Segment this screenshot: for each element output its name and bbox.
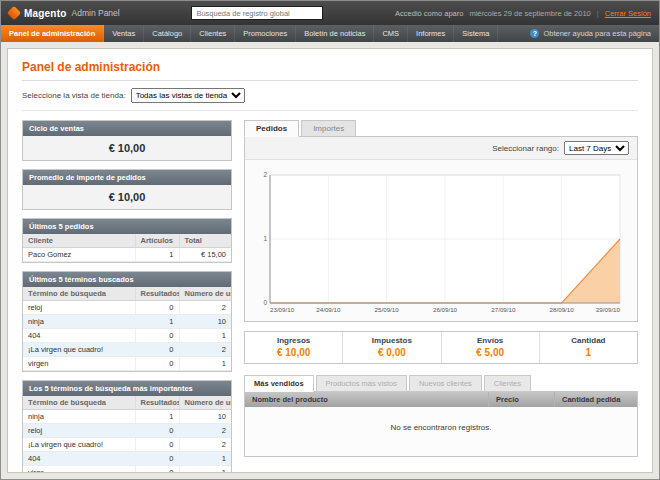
table-row[interactable]: ninja110 [23,315,231,329]
table-row[interactable]: reloj02 [23,424,231,438]
svg-text:0: 0 [263,299,267,306]
lifetime-sales-title: Ciclo de ventas [23,121,231,136]
table-cell: 10 [179,410,231,424]
table-cell: 10 [179,315,231,329]
tab-pedidos[interactable]: Pedidos [244,120,299,137]
magento-logo-icon [7,6,21,20]
svg-text:29/09/10: 29/09/10 [596,306,621,313]
table-cell: reloj [23,301,135,315]
main-nav: Panel de administraciónVentasCatálogoCli… [1,25,659,42]
table-cell: 0 [135,452,179,466]
lifetime-sales-value: € 10,00 [23,136,231,160]
svg-text:28/09/10: 28/09/10 [550,306,575,313]
separator: | [597,9,599,18]
average-orders-title: Promedio de importe de pedidos [23,170,231,185]
nav-item-panel-de-administraci-n[interactable]: Panel de administración [1,25,104,42]
app-header: Magento Admin Panel Accedió como aparo m… [1,1,659,25]
table-row[interactable]: virge01 [23,466,231,474]
dashboard: Ciclo de ventas € 10,00 Promedio de impo… [22,120,638,473]
column-header-n-mero-de-usos: Número de usos [179,396,231,410]
total-label: Ingresos [245,336,342,345]
orders-chart: 01223/09/1024/09/1025/09/1026/09/1027/09… [254,167,628,319]
page-title: Panel de administración [22,60,638,74]
nav-item-cat-logo[interactable]: Catálogo [144,25,191,42]
svg-text:23/09/10: 23/09/10 [270,306,295,313]
help-link[interactable]: ? Obtener ayuda para esta página [522,25,659,42]
magento-admin-window: Magento Admin Panel Accedió como aparo m… [0,0,660,480]
range-select[interactable]: Last 7 Days [564,141,629,155]
grid-column-nombre-del-producto[interactable]: Nombre del producto [245,392,489,407]
nav-item-sistema[interactable]: Sistema [454,25,498,42]
table-cell: 404 [23,452,135,466]
table-cell: ¡La virgen que cuadro! [23,343,135,357]
column-header-art-culos: Artículos [135,234,179,248]
svg-text:27/09/10: 27/09/10 [491,306,516,313]
last-orders-panel: Últimos 5 pedidos ClienteArtículosTotalP… [22,218,232,263]
table-cell: 1 [135,315,179,329]
table-cell: 2 [179,343,231,357]
column-header-n-mero-de-usos: Número de usos [179,287,231,301]
table-cell: 1 [179,357,231,371]
table-cell: 0 [135,438,179,452]
global-search-input[interactable] [191,6,323,20]
svg-text:2: 2 [263,171,267,178]
table-row[interactable]: Paco Gomez1€ 15,00 [23,248,231,262]
store-view-select[interactable]: Todas las vistas de tienda [131,88,245,103]
svg-text:25/09/10: 25/09/10 [375,306,400,313]
magento-logo[interactable]: Magento Admin Panel [9,8,120,19]
total-cantidad: Cantidad1 [539,332,637,363]
grid-tab-nuevos-clientes: Nuevos clientes [409,375,482,392]
logo-subtitle: Admin Panel [72,8,120,18]
table-row[interactable]: ¡La virgen que cuadro!02 [23,343,231,357]
title-divider [22,80,638,81]
svg-text:26/09/10: 26/09/10 [433,306,458,313]
logout-link[interactable]: Cerrar Sesión [605,9,651,18]
last-search-terms-title: Últimos 5 términos buscados [23,272,231,287]
table-row[interactable]: 40401 [23,452,231,466]
nav-item-bolet-n-de-noticias[interactable]: Boletín de noticias [296,25,374,42]
nav-item-informes[interactable]: Informes [408,25,454,42]
table-cell: 0 [135,466,179,474]
top-search-terms-table: Término de búsquedaResultadosNúmero de u… [23,396,231,473]
top-search-terms-panel: Los 5 términos de búsqueda más important… [22,380,232,473]
header-date: miércoles 29 de septiembre de 2010 [469,9,590,18]
tab-importes[interactable]: Importes [301,120,356,137]
total-value: € 5,00 [442,347,539,358]
table-cell: 0 [135,343,179,357]
table-row[interactable]: virgen01 [23,357,231,371]
table-row[interactable]: ninja110 [23,410,231,424]
grid-column-precio[interactable]: Precio [489,392,555,407]
products-grid: Nombre del productoPrecioCantidad pedida… [244,391,638,457]
grid-empty-message: No se encontraron registros. [245,407,637,456]
store-view-switcher: Seleccione la vista de tienda: Todas las… [22,88,638,111]
nav-item-clientes[interactable]: Clientes [191,25,235,42]
total-label: Impuestos [343,336,440,345]
table-row[interactable]: ¡La virgen que cuadro!02 [23,438,231,452]
last-search-terms-panel: Últimos 5 términos buscados Término de b… [22,271,232,372]
svg-text:24/09/10: 24/09/10 [316,306,341,313]
grid-tabs: Más vendidosProductos más vistosNuevos c… [244,375,638,392]
grid-tab-m-s-vendidos[interactable]: Más vendidos [244,375,314,392]
grid-column-cantidad-pedida[interactable]: Cantidad pedida [555,392,637,407]
svg-text:1: 1 [263,235,267,242]
table-row[interactable]: reloj02 [23,301,231,315]
nav-item-ventas[interactable]: Ventas [104,25,144,42]
chart-area: 01223/09/1024/09/1025/09/1026/09/1027/09… [245,160,637,321]
help-label: Obtener ayuda para esta página [543,29,651,38]
average-orders-value: € 10,00 [23,185,231,209]
total-label: Cantidad [540,336,637,345]
column-header-t-rmino-de-b-squeda: Término de búsqueda [23,396,135,410]
table-cell: virge [23,466,135,474]
total-ingresos: Ingresos€ 10,00 [245,332,342,363]
total-value: 1 [540,347,637,358]
help-icon: ? [530,29,539,38]
table-cell: 1 [179,452,231,466]
nav-item-cms[interactable]: CMS [374,25,408,42]
global-search-wrap [130,6,385,20]
nav-item-promociones[interactable]: Promociones [235,25,296,42]
table-cell: 0 [135,301,179,315]
logo-text: Magento [24,8,67,19]
table-cell: reloj [23,424,135,438]
table-row[interactable]: 40401 [23,329,231,343]
totals-row: Ingresos€ 10,00Impuestos€ 0,00Envíos€ 5,… [244,331,638,364]
